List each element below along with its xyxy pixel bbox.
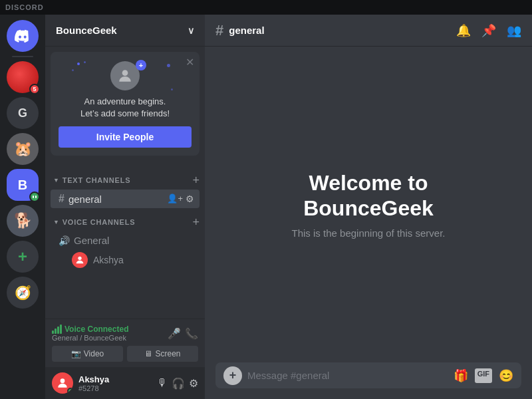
- add-member-icon[interactable]: 👤+: [167, 194, 183, 204]
- screen-share-button[interactable]: 🖥 Screen: [127, 346, 198, 362]
- server-icon-3[interactable]: 🐹: [7, 133, 39, 165]
- voice-member-avatar: [72, 252, 88, 268]
- add-attachment-button[interactable]: +: [223, 366, 242, 385]
- signal-bars-icon: [52, 325, 62, 334]
- voice-channels-header: ▼ VOICE CHANNELS +: [45, 213, 205, 231]
- bar4: [60, 325, 62, 334]
- user-info: Akshya #5278: [78, 374, 152, 392]
- add-badge: +: [136, 60, 146, 70]
- user-panel: Akshya #5278 🎙 🎧 ⚙: [45, 367, 205, 399]
- add-text-channel-button[interactable]: +: [192, 174, 200, 186]
- content-area: # general 🔔 📌 👥 Welcome to BounceGeek Th…: [205, 15, 532, 399]
- channel-sidebar: BounceGeek ∨ ✕: [45, 15, 205, 399]
- channel-item-general[interactable]: # general 👤+ ⚙: [51, 190, 200, 208]
- members-icon[interactable]: 👥: [507, 23, 521, 38]
- voice-channels-label[interactable]: ▼ VOICE CHANNELS: [53, 218, 135, 226]
- username: Akshya: [78, 374, 152, 384]
- message-input-area: + 🎁 GIF 😊: [205, 362, 532, 399]
- gif-icon[interactable]: GIF: [475, 368, 492, 383]
- caret-icon: ▼: [53, 177, 60, 184]
- emoji-icon[interactable]: 😊: [499, 368, 513, 383]
- voice-action-buttons: 🎤 📞: [168, 327, 198, 340]
- svg-point-2: [122, 70, 128, 76]
- voice-channel-name: General: [74, 235, 194, 246]
- input-actions: 🎁 GIF 😊: [454, 368, 513, 383]
- channel-name: general: [68, 194, 168, 205]
- voice-status: Voice Connected General / BounceGeek 🎤 📞: [52, 325, 198, 342]
- server-icon-1[interactable]: 5: [7, 61, 39, 93]
- online-status: [67, 388, 73, 394]
- channel-hash-icon: #: [215, 22, 223, 39]
- disconnect-icon[interactable]: 📞: [185, 327, 198, 340]
- add-server-button[interactable]: +: [7, 241, 39, 273]
- voice-connected-label: Voice Connected: [52, 325, 128, 334]
- notification-bell-icon[interactable]: 🔔: [456, 23, 471, 38]
- server-icon-2[interactable]: G: [7, 97, 39, 129]
- app-name: DISCORD: [5, 3, 44, 11]
- server-list: 5 G 🐹 B 🐕 + 🧭: [0, 15, 45, 399]
- voice-active-indicator: [29, 192, 40, 202]
- svg-point-4: [61, 378, 65, 383]
- svg-rect-1: [35, 196, 37, 198]
- current-channel-name: general: [229, 25, 451, 36]
- channels-area: ▼ TEXT CHANNELS + # general 👤+ ⚙ ▼ VOICE…: [45, 161, 205, 319]
- invite-people-button[interactable]: Invite People: [59, 126, 192, 148]
- voice-channel-general[interactable]: 🔊 General: [51, 231, 200, 249]
- decoration-dot-2: [84, 61, 86, 63]
- voice-connected-bar: Voice Connected General / BounceGeek 🎤 📞…: [45, 319, 205, 367]
- gift-icon[interactable]: 🎁: [454, 368, 468, 383]
- discover-server-button[interactable]: 🧭: [7, 277, 39, 309]
- caret-icon-voice: ▼: [53, 219, 60, 225]
- add-voice-channel-button[interactable]: +: [192, 216, 200, 228]
- decoration-dot-3: [72, 69, 74, 71]
- titlebar: DISCORD: [0, 0, 532, 15]
- server-home[interactable]: [7, 20, 39, 52]
- svg-rect-0: [33, 196, 34, 198]
- voice-location: General / BounceGeek: [52, 334, 128, 342]
- settings-icon[interactable]: ⚙: [186, 194, 194, 204]
- main-layout: 5 G 🐹 B 🐕 + 🧭: [0, 15, 532, 399]
- deafen-button[interactable]: 🎧: [172, 377, 185, 390]
- content-header: # general 🔔 📌 👥: [205, 15, 532, 47]
- user-avatar: [52, 372, 73, 394]
- pin-icon[interactable]: 📌: [481, 23, 496, 38]
- notification-badge: 5: [29, 84, 40, 94]
- video-icon: 📷: [71, 349, 81, 358]
- decoration-dot-5: [171, 88, 173, 90]
- invite-card: ✕ + An adventure begins: [51, 52, 200, 156]
- user-settings-button[interactable]: ⚙: [189, 377, 198, 390]
- server-header[interactable]: BounceGeek ∨: [45, 15, 205, 47]
- welcome-title: Welcome to BounceGeek: [292, 170, 446, 221]
- mute-button[interactable]: 🎙: [157, 377, 168, 390]
- avatar-decoration: +: [59, 60, 192, 92]
- bar3: [57, 327, 59, 334]
- speaker-icon: 🔊: [59, 235, 70, 246]
- server-divider: [12, 56, 33, 57]
- svg-point-3: [78, 257, 81, 260]
- hash-icon: #: [59, 193, 65, 205]
- server-icon-4[interactable]: 🐕: [7, 205, 39, 237]
- welcome-subtitle: This is the beginning of this server.: [292, 227, 446, 239]
- voice-status-left: Voice Connected General / BounceGeek: [52, 325, 128, 342]
- voice-member-akshya[interactable]: Akshya: [51, 250, 200, 270]
- user-controls: 🎙 🎧 ⚙: [157, 377, 198, 390]
- decoration-dot-4: [167, 64, 170, 67]
- voice-member-name: Akshya: [93, 255, 124, 265]
- screen-icon: 🖥: [144, 349, 152, 358]
- video-button[interactable]: 📷 Video: [52, 346, 123, 362]
- chevron-down-icon: ∨: [188, 25, 194, 36]
- user-discriminator: #5278: [78, 384, 152, 392]
- message-input[interactable]: [247, 362, 448, 388]
- header-icons: 🔔 📌 👥: [456, 23, 521, 38]
- text-channels-label[interactable]: ▼ TEXT CHANNELS: [53, 176, 130, 184]
- server-name: BounceGeek: [56, 25, 117, 36]
- message-input-box: + 🎁 GIF 😊: [215, 362, 521, 388]
- media-buttons: 📷 Video 🖥 Screen: [52, 346, 198, 362]
- welcome-section: Welcome to BounceGeek This is the beginn…: [292, 170, 446, 239]
- server-icon-active[interactable]: B: [7, 169, 39, 201]
- decoration-dot-1: [77, 63, 80, 65]
- text-channels-header: ▼ TEXT CHANNELS +: [45, 172, 205, 189]
- voice-settings-icon[interactable]: 🎤: [168, 327, 181, 340]
- channel-actions: 👤+ ⚙: [167, 194, 194, 204]
- messages-area: Welcome to BounceGeek This is the beginn…: [205, 47, 532, 362]
